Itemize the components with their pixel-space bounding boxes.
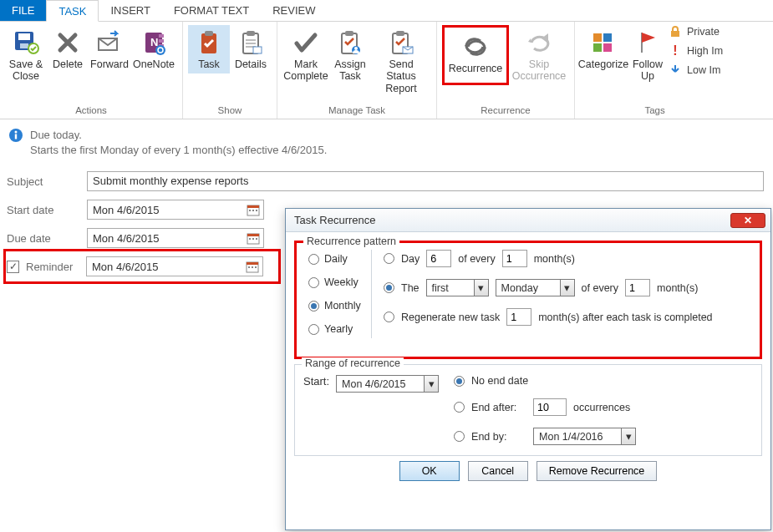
end-by-label: End by: — [471, 431, 526, 443]
occurrences-text: occurrences — [573, 402, 630, 413]
range-start-dropdown[interactable]: Mon 4/6/2015▾ — [336, 375, 439, 393]
start-date-input[interactable]: Mon 4/6/2015 — [87, 200, 264, 220]
send-status-button[interactable]: Send Status Report — [371, 25, 431, 98]
of-every-text-2: of every — [582, 282, 618, 294]
group-actions: Save & Close Delete Forward N OneNote — [0, 22, 183, 119]
follow-up-label: Follow Up — [633, 58, 663, 83]
start-date-label: Start date — [7, 204, 87, 216]
end-after-radio[interactable] — [454, 402, 465, 413]
save-icon — [12, 28, 40, 57]
private-toggle[interactable]: Private — [669, 25, 723, 38]
low-importance-toggle[interactable]: Low Im — [669, 63, 723, 77]
start-date-value: Mon 4/6/2015 — [93, 204, 160, 216]
opt-day-radio[interactable] — [384, 253, 394, 264]
dialog-close-button[interactable]: ✕ — [730, 213, 765, 228]
end-after-input[interactable] — [533, 398, 567, 416]
svg-rect-45 — [247, 262, 258, 265]
freq-daily-radio[interactable]: Daily — [308, 253, 371, 265]
svg-rect-47 — [252, 266, 253, 268]
due-date-label: Due date — [7, 232, 87, 245]
delete-button[interactable]: Delete — [47, 25, 89, 73]
freq-weekly-radio[interactable]: Weekly — [308, 276, 371, 288]
svg-rect-30 — [671, 31, 679, 37]
assign-task-icon — [336, 28, 364, 57]
svg-rect-46 — [248, 266, 250, 268]
categorize-icon — [589, 28, 618, 57]
high-importance-icon: ! — [669, 43, 682, 58]
reminder-checkbox[interactable]: ✓ — [7, 261, 19, 273]
categorize-label: Categorize — [578, 58, 628, 70]
high-importance-toggle[interactable]: ! High Im — [669, 43, 723, 58]
tab-insert[interactable]: INSERT — [99, 0, 161, 21]
ok-button[interactable]: OK — [399, 461, 460, 481]
freq-yearly-radio[interactable]: Yearly — [308, 323, 371, 335]
weekday-dropdown[interactable]: Monday▾ — [496, 279, 575, 296]
task-button[interactable]: Task — [188, 25, 230, 73]
onenote-button[interactable]: N OneNote — [130, 25, 177, 73]
follow-up-icon — [633, 28, 662, 57]
opt-the-radio[interactable] — [384, 282, 394, 293]
save-close-button[interactable]: Save & Close — [5, 25, 47, 86]
tab-file[interactable]: FILE — [0, 0, 46, 21]
ordinal-dropdown[interactable]: first▾ — [426, 279, 489, 296]
tab-review[interactable]: REVIEW — [261, 0, 327, 21]
follow-up-button[interactable]: Follow Up — [627, 25, 669, 86]
svg-rect-6 — [159, 34, 164, 38]
recurrence-button[interactable]: Recurrence — [442, 25, 509, 85]
group-recurrence: Recurrence Skip Occurrence Recurrence — [437, 22, 575, 119]
svg-point-10 — [155, 45, 165, 55]
send-status-label: Send Status Report — [373, 58, 430, 94]
svg-rect-35 — [247, 205, 259, 208]
calendar-icon[interactable] — [246, 260, 259, 273]
reminder-date-input[interactable]: Mon 4/6/2015 — [86, 256, 263, 276]
no-end-date-radio[interactable] — [454, 376, 465, 387]
regenerate-months-input[interactable] — [506, 308, 531, 326]
ribbon: Save & Close Delete Forward N OneNote — [0, 22, 773, 119]
mark-complete-button[interactable]: Mark Complete — [282, 25, 329, 86]
every-months-input-2[interactable] — [625, 279, 650, 296]
categorize-button[interactable]: Categorize — [580, 25, 627, 73]
group-actions-label: Actions — [0, 104, 182, 119]
chevron-down-icon: ▾ — [621, 428, 635, 444]
delete-label: Delete — [53, 58, 83, 70]
skip-occurrence-button[interactable]: Skip Occurrence — [509, 25, 569, 86]
onenote-icon: N — [140, 28, 168, 57]
chevron-down-icon: ▾ — [474, 280, 488, 296]
day-number-input[interactable] — [426, 250, 451, 267]
details-button[interactable]: Details — [230, 25, 272, 73]
forward-button[interactable]: Forward — [89, 25, 130, 73]
opt-regenerate-radio[interactable] — [384, 312, 394, 322]
tab-task[interactable]: TASK — [46, 0, 99, 22]
remove-recurrence-button[interactable]: Remove Recurrence — [537, 461, 658, 481]
calendar-icon[interactable] — [247, 231, 260, 245]
end-by-dropdown[interactable]: Mon 1/4/2016▾ — [533, 428, 636, 445]
calendar-icon[interactable] — [247, 203, 260, 216]
subject-input[interactable]: Submit monthly expense reports — [87, 171, 764, 191]
cancel-button[interactable]: Cancel — [468, 461, 528, 481]
low-importance-label: Low Im — [687, 64, 720, 76]
send-status-icon — [387, 28, 415, 57]
due-date-input[interactable]: Mon 4/6/2015 — [87, 228, 264, 248]
tab-strip: FILE TASK INSERT FORMAT TEXT REVIEW — [0, 0, 773, 22]
tab-format-text[interactable]: FORMAT TEXT — [162, 0, 261, 21]
save-close-label: Save & Close — [9, 58, 43, 83]
reminder-date-value: Mon 4/6/2015 — [92, 261, 159, 273]
svg-rect-41 — [249, 238, 251, 240]
svg-point-32 — [15, 131, 18, 134]
end-by-value: Mon 1/4/2016 — [534, 431, 621, 443]
forward-label: Forward — [90, 58, 129, 70]
info-icon — [8, 128, 23, 143]
every-months-input-1[interactable] — [502, 250, 527, 267]
forward-icon — [95, 28, 124, 57]
freq-monthly-radio[interactable]: Monthly — [308, 300, 371, 312]
svg-rect-38 — [256, 210, 257, 211]
details-label: Details — [235, 58, 267, 70]
group-manage-label: Manage Task — [277, 104, 436, 119]
end-by-radio[interactable] — [454, 431, 465, 442]
high-importance-label: High Im — [687, 45, 723, 57]
freq-monthly-label: Monthly — [324, 300, 361, 312]
assign-task-button[interactable]: Assign Task — [329, 25, 371, 86]
skip-occurrence-icon — [525, 28, 553, 57]
delete-icon — [53, 28, 82, 57]
svg-rect-48 — [255, 266, 257, 268]
